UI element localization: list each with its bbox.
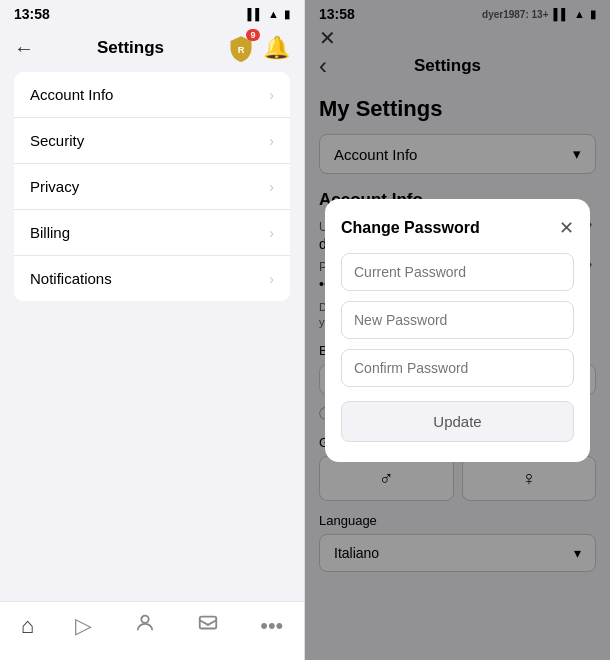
- svg-text:R: R: [238, 45, 245, 55]
- menu-item-account-info[interactable]: Account Info ›: [14, 72, 290, 118]
- menu-list: Account Info › Security › Privacy › Bill…: [14, 72, 290, 301]
- modal-title: Change Password: [341, 219, 480, 237]
- nav-play-button[interactable]: ▷: [75, 613, 92, 639]
- menu-item-label: Privacy: [30, 178, 79, 195]
- time-left: 13:58: [14, 6, 50, 22]
- shield-icon-wrap[interactable]: R 9: [227, 34, 255, 62]
- notification-badge: 9: [246, 29, 260, 41]
- notification-bell-button[interactable]: 🔔: [263, 35, 290, 61]
- current-password-input[interactable]: [341, 253, 574, 291]
- svg-point-1: [141, 616, 148, 623]
- chevron-right-icon: ›: [269, 133, 274, 149]
- signal-icon: ▌▌: [248, 8, 264, 20]
- menu-item-label: Notifications: [30, 270, 112, 287]
- chat-icon: [197, 612, 219, 640]
- right-panel: 13:58 dyer1987: 13+ ▌▌ ▲ ▮ ✕ ‹ Settings …: [305, 0, 610, 660]
- nav-chat-button[interactable]: [197, 612, 219, 640]
- menu-item-security[interactable]: Security ›: [14, 118, 290, 164]
- menu-item-privacy[interactable]: Privacy ›: [14, 164, 290, 210]
- nav-more-button[interactable]: •••: [260, 613, 283, 639]
- profile-icon: [134, 612, 156, 640]
- status-bar-left: 13:58 ▌▌ ▲ ▮: [0, 0, 304, 26]
- home-icon: ⌂: [21, 613, 34, 639]
- battery-icon: ▮: [284, 8, 290, 21]
- nav-home-button[interactable]: ⌂: [21, 613, 34, 639]
- status-icons-left: ▌▌ ▲ ▮: [248, 8, 290, 21]
- chevron-right-icon: ›: [269, 225, 274, 241]
- chevron-right-icon: ›: [269, 87, 274, 103]
- more-icon: •••: [260, 613, 283, 639]
- menu-item-label: Billing: [30, 224, 70, 241]
- menu-item-notifications[interactable]: Notifications ›: [14, 256, 290, 301]
- play-icon: ▷: [75, 613, 92, 639]
- new-password-input[interactable]: [341, 301, 574, 339]
- back-button-left[interactable]: ←: [14, 37, 34, 60]
- menu-item-label: Account Info: [30, 86, 113, 103]
- confirm-password-input[interactable]: [341, 349, 574, 387]
- left-header: ← Settings R 9 🔔: [0, 26, 304, 72]
- chevron-right-icon: ›: [269, 271, 274, 287]
- menu-item-label: Security: [30, 132, 84, 149]
- nav-profile-button[interactable]: [134, 612, 156, 640]
- wifi-icon: ▲: [268, 8, 279, 20]
- left-header-title: Settings: [34, 38, 227, 58]
- update-button[interactable]: Update: [341, 401, 574, 442]
- bottom-nav: ⌂ ▷ •••: [0, 601, 304, 660]
- modal-header: Change Password ✕: [341, 219, 574, 237]
- left-panel: 13:58 ▌▌ ▲ ▮ ← Settings R 9 🔔 Account In…: [0, 0, 305, 660]
- header-icons: R 9 🔔: [227, 34, 290, 62]
- modal-overlay[interactable]: Change Password ✕ Update: [305, 0, 610, 660]
- modal-close-button[interactable]: ✕: [559, 219, 574, 237]
- chevron-right-icon: ›: [269, 179, 274, 195]
- change-password-modal: Change Password ✕ Update: [325, 199, 590, 462]
- menu-item-billing[interactable]: Billing ›: [14, 210, 290, 256]
